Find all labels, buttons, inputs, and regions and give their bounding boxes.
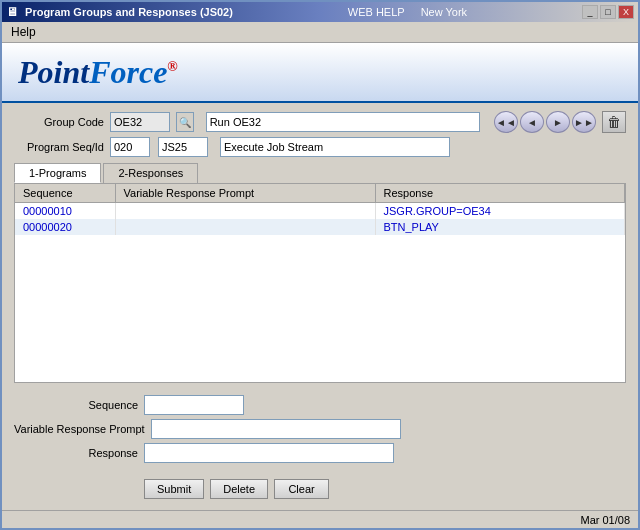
tab-responses[interactable]: 2-Responses — [103, 163, 198, 183]
web-help-link[interactable]: WEB HELP — [348, 6, 405, 18]
response-field[interactable] — [144, 443, 394, 463]
prompt-label: Variable Response Prompt — [14, 423, 151, 435]
location-label: New York — [421, 6, 467, 18]
maximize-button[interactable]: □ — [600, 5, 616, 19]
data-table: Sequence Variable Response Prompt Respon… — [14, 183, 626, 383]
logo-area: PointForce® — [2, 43, 638, 103]
program-seq-row: Program Seq/Id — [14, 137, 626, 157]
submit-button[interactable]: Submit — [144, 479, 204, 499]
tab-programs[interactable]: 1-Programs — [14, 163, 101, 183]
group-code-label: Group Code — [14, 116, 104, 128]
cell-prompt — [115, 203, 375, 220]
minimize-button[interactable]: _ — [582, 5, 598, 19]
prompt-field[interactable] — [151, 419, 401, 439]
response-label: Response — [14, 447, 144, 459]
tabs-area: 1-Programs 2-Responses — [14, 163, 626, 183]
table-row[interactable]: 00000020 BTN_PLAY — [15, 219, 625, 235]
sequence-label: Sequence — [14, 399, 144, 411]
title-bar: 🖥 Program Groups and Responses (JS02) WE… — [2, 2, 638, 22]
close-button[interactable]: X — [618, 5, 634, 19]
help-menu[interactable]: Help — [8, 24, 39, 40]
sequence-field[interactable] — [144, 395, 244, 415]
prompt-row: Variable Response Prompt — [14, 419, 626, 439]
cell-response: JSGR.GROUP=OE34 — [375, 203, 625, 220]
prev-button[interactable]: ◄ — [520, 111, 544, 133]
group-code-search-button[interactable]: 🔍 — [176, 112, 194, 132]
group-code-input[interactable] — [110, 112, 170, 132]
col-prompt: Variable Response Prompt — [115, 184, 375, 203]
clear-button[interactable]: Clear — [274, 479, 329, 499]
window-title: 🖥 Program Groups and Responses (JS02) — [6, 5, 233, 19]
first-button[interactable]: ◄◄ — [494, 111, 518, 133]
nav-buttons: ◄◄ ◄ ► ►► 🗑 — [494, 111, 626, 133]
logo: PointForce® — [18, 54, 178, 91]
cell-sequence: 00000010 — [15, 203, 115, 220]
status-bar: Mar 01/08 — [2, 510, 638, 528]
top-links: WEB HELP New York — [348, 6, 467, 18]
group-code-row: Group Code 🔍 ◄◄ ◄ ► ►► 🗑 — [14, 111, 626, 133]
cell-prompt — [115, 219, 375, 235]
cell-response: BTN_PLAY — [375, 219, 625, 235]
program-seq-label: Program Seq/Id — [14, 141, 104, 153]
status-date: Mar 01/08 — [580, 514, 630, 526]
response-row: Response — [14, 443, 626, 463]
program-desc-input[interactable] — [220, 137, 450, 157]
col-sequence: Sequence — [15, 184, 115, 203]
window-controls: _ □ X — [582, 5, 634, 19]
next-button[interactable]: ► — [546, 111, 570, 133]
delete-button[interactable]: Delete — [210, 479, 268, 499]
sequence-row: Sequence — [14, 395, 626, 415]
action-buttons: Submit Delete Clear — [14, 479, 626, 499]
table-row[interactable]: 00000010 JSGR.GROUP=OE34 — [15, 203, 625, 220]
menu-bar: Help — [2, 22, 638, 43]
program-seq-input[interactable] — [110, 137, 150, 157]
cell-sequence: 00000020 — [15, 219, 115, 235]
main-content: Group Code 🔍 ◄◄ ◄ ► ►► 🗑 Program Seq/Id … — [2, 103, 638, 507]
bottom-form: Sequence Variable Response Prompt Respon… — [14, 391, 626, 471]
last-button[interactable]: ►► — [572, 111, 596, 133]
group-name-input[interactable] — [206, 112, 480, 132]
program-id-input[interactable] — [158, 137, 208, 157]
row-delete-button[interactable]: 🗑 — [602, 111, 626, 133]
col-response: Response — [375, 184, 625, 203]
